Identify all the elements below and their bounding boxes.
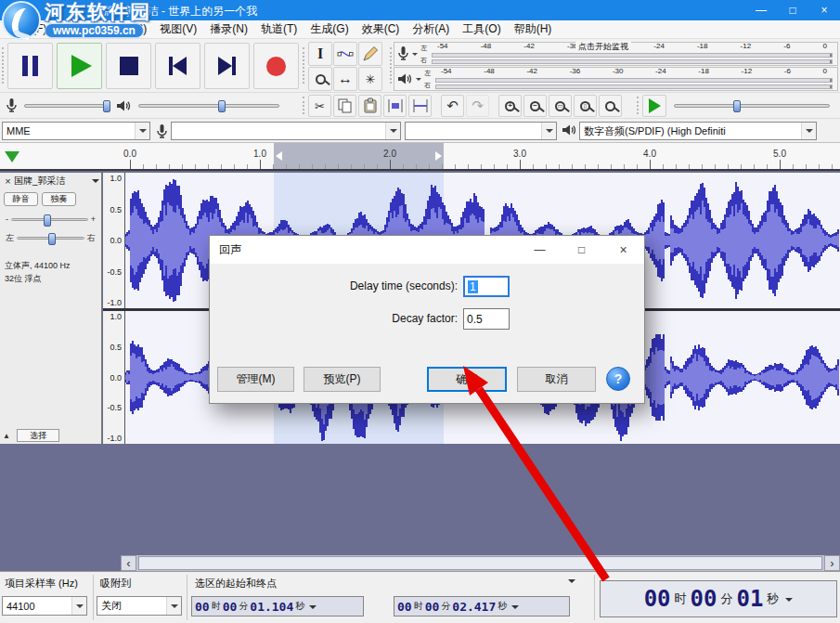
slider-thumb[interactable] [44,214,51,227]
playback-speed-slider[interactable] [674,104,830,108]
redo-button[interactable]: ↷ [466,95,489,117]
field-caret-icon[interactable] [511,605,519,613]
vertical-ruler-left-channel[interactable]: 1.00.50.0-0.5-1.0 [103,173,125,308]
toolbar-grip[interactable] [390,47,393,84]
skip-start-button[interactable] [155,43,200,89]
field-caret-icon[interactable] [785,598,793,605]
ok-button[interactable]: 确定 [427,367,507,392]
menu-tracks[interactable]: 轨道(T) [254,20,304,38]
selection-tool-button[interactable]: I [308,42,332,66]
undo-button[interactable]: ↶ [441,95,464,117]
multi-tool-button[interactable]: ✳ [358,67,382,91]
slider-thumb[interactable] [48,233,56,245]
track-menu-caret-icon[interactable] [92,179,99,187]
toolbar-grip[interactable] [303,47,305,84]
zoom-fit-button[interactable]: ▯ [574,95,597,117]
dropdown-caret-icon[interactable] [541,123,556,139]
toolbar-grip[interactable] [637,97,640,114]
selection-start-field[interactable]: 00时 00分 01.104秒 [191,596,364,617]
pan-slider[interactable] [17,237,84,240]
menu-help[interactable]: 帮助(H) [508,20,559,38]
selection-format-caret-icon[interactable] [568,579,575,587]
dropdown-caret-icon[interactable] [385,123,400,139]
menu-tools[interactable]: 工具(O) [456,20,507,38]
slider-thumb[interactable] [218,100,226,112]
dialog-close-button[interactable]: × [602,236,644,264]
toolbar-grip[interactable] [303,97,305,114]
selection-format-menu[interactable]: 选区的起始和终点 [195,577,277,591]
cancel-button[interactable]: 取消 [517,367,596,392]
playback-volume-slider[interactable] [138,104,279,108]
track-collapse-button[interactable]: ▲ [3,432,10,440]
copy-button[interactable] [333,95,356,117]
envelope-tool-button[interactable] [333,42,357,66]
recording-meter[interactable]: 左右 -54-48-42-36-30-24-18-12-60 点击开始监视 [394,42,838,66]
meter-menu-caret[interactable] [416,78,421,84]
help-button[interactable]: ? [606,367,630,391]
window-minimize-button[interactable]: — [745,0,777,20]
draw-tool-button[interactable] [358,42,382,66]
field-caret-icon[interactable] [309,605,317,613]
paste-button[interactable] [358,95,381,117]
menu-transport[interactable]: 播录(N) [203,20,254,38]
mute-button[interactable]: 静音 [4,192,38,206]
gain-slider[interactable] [11,218,88,221]
silence-button[interactable] [408,95,432,117]
window-close-button[interactable]: × [808,0,840,20]
timeshift-tool-button[interactable]: ↔ [333,67,357,91]
cut-button[interactable]: ✂ [308,95,331,117]
playback-meter[interactable]: 左右 -54-48-42-36-30-24-18-12-60 [394,67,838,91]
play-button[interactable] [57,43,102,89]
menu-generate[interactable]: 生成(G) [304,20,355,38]
dropdown-caret-icon[interactable] [135,123,149,139]
slider-thumb[interactable] [733,100,741,112]
dropdown-caret-icon[interactable] [166,597,181,615]
monitor-hint[interactable]: 点击开始监视 [575,41,631,53]
input-device-select[interactable] [171,122,401,140]
track-select-button[interactable]: 选择 [17,429,59,442]
host-select[interactable]: MME [2,122,150,140]
meter-menu-caret[interactable] [412,53,418,58]
output-device-select[interactable]: 数字音频(S/PDIF) (High Definiti [579,122,817,140]
slider-thumb[interactable] [103,100,110,112]
stop-button[interactable] [106,43,151,89]
solo-button[interactable]: 独奏 [42,192,76,206]
decay-factor-input[interactable]: 0.5 [463,308,510,330]
input-channels-select[interactable] [405,122,557,140]
zoom-toggle-button[interactable] [599,95,622,117]
scrollbar-thumb[interactable] [138,556,822,570]
timeline-ruler[interactable]: 0.0 1.0 2.0 3.0 4.0 5.0 [0,143,840,171]
menu-effect[interactable]: 效果(C) [355,20,407,38]
menu-view[interactable]: 视图(V) [153,20,203,38]
dialog-maximize-button[interactable]: □ [561,236,602,264]
recording-volume-slider[interactable] [24,104,110,108]
dialog-titlebar[interactable]: 回声 — □ × [210,236,644,264]
dialog-minimize-button[interactable]: — [519,236,561,264]
quickplay-pin-icon[interactable] [5,151,19,162]
snap-select[interactable]: 关闭 [97,596,182,616]
scroll-left-button[interactable]: ‹ [121,555,136,571]
zoom-tool-button[interactable] [308,67,332,91]
manage-button[interactable]: 管理(M) [217,367,294,392]
zoom-in-button[interactable]: + [498,95,522,117]
track-close-button[interactable]: × [2,175,14,187]
record-button[interactable] [253,43,299,89]
play-at-speed-button[interactable] [642,95,666,117]
zoom-selection-button[interactable]: ▭ [549,95,572,117]
trim-button[interactable] [383,95,407,117]
menu-analyze[interactable]: 分析(A) [406,20,456,38]
horizontal-scrollbar[interactable]: ‹ › [121,555,840,571]
delay-time-input[interactable]: 1 [463,276,510,297]
track-name-menu[interactable]: 国牌_郭采洁 [14,175,92,188]
window-maximize-button[interactable]: □ [777,0,808,20]
preview-button[interactable]: 预览(P) [304,367,381,392]
selection-end-field[interactable]: 00时 00分 02.417秒 [394,596,570,617]
pause-button[interactable] [7,43,53,89]
audio-position-field[interactable]: 00时 00分 01秒 [600,580,837,617]
toolbar-grip[interactable] [2,47,5,84]
vertical-ruler-right-channel[interactable]: 1.00.50.0-0.5-1.0 [103,311,125,444]
dropdown-caret-icon[interactable] [801,123,816,139]
scroll-right-button[interactable]: › [824,555,840,571]
zoom-out-button[interactable]: − [523,95,547,117]
dropdown-caret-icon[interactable] [71,597,86,615]
